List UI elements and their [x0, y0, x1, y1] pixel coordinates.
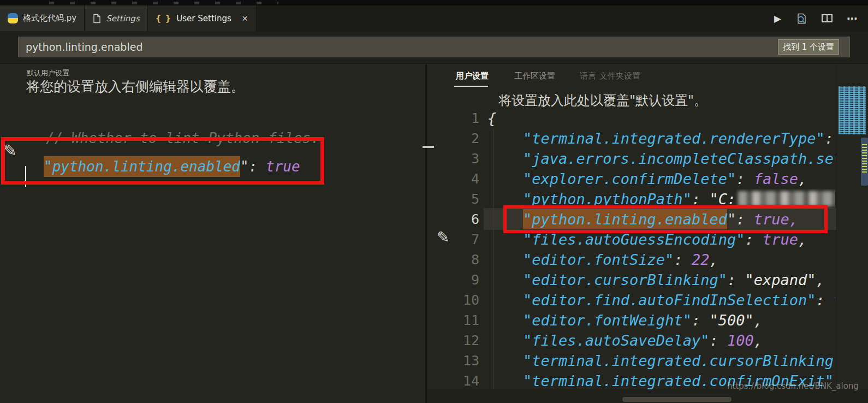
code-text: "explorer.confirmDelete": false, [487, 169, 807, 189]
code-segment: , [816, 271, 824, 288]
default-settings-title: 默认用户设置 [27, 68, 69, 78]
python-icon [8, 13, 18, 23]
code-text: "terminal.integrated.cursorBlinking": "o… [487, 351, 835, 371]
code-segment: false [754, 170, 798, 187]
code-line[interactable]: 2 "terminal.integrated.rendererType": "d… [427, 128, 835, 149]
watermark-text: https://blog.csdn.net/BNK_along [727, 381, 859, 391]
code-segment [487, 332, 523, 349]
code-segment: , [798, 170, 807, 187]
code-segment: "editor.fontWeight" [523, 312, 692, 329]
code-segment: "500" [709, 312, 753, 329]
close-icon[interactable]: ✕ [242, 14, 248, 23]
line-number: 3 [448, 151, 479, 167]
code-text: "editor.cursorBlinking": "expand", [487, 270, 825, 290]
tab-user-settings[interactable]: { } User Settings ✕ [148, 5, 257, 31]
minimap[interactable] [839, 86, 866, 134]
default-settings-editor[interactable]: 默认用户设置 将您的设置放入右侧编辑器以覆盖。 // Whether to li… [0, 64, 425, 403]
settings-search-bar [0, 31, 868, 64]
code-segment: , [709, 251, 718, 268]
code-segment [487, 231, 523, 248]
code-segment: : [816, 292, 834, 309]
more-actions-icon[interactable]: ⋯ [847, 12, 858, 25]
tab-python-file[interactable]: 格式化代码.py [0, 5, 85, 31]
redacted-value [738, 191, 835, 206]
line-number: 12 [448, 333, 479, 348]
clipped-menu-text [49, 2, 278, 4]
code-line[interactable]: 4 "explorer.confirmDelete": false, [427, 169, 835, 189]
code-segment: : [674, 251, 692, 268]
line-number: 4 [448, 171, 479, 187]
code-segment: 22 [692, 251, 710, 268]
results-count-badge: 找到 1 个设置 [778, 39, 839, 55]
code-line[interactable]: 13 "terminal.integrated.cursorBlinking":… [427, 351, 835, 371]
code-segment [487, 352, 523, 369]
braces-icon: { } [156, 14, 172, 23]
code-text: "editor.fontWeight": "500", [487, 310, 763, 330]
user-settings-editor[interactable]: 用户设置 工作区设置 语言 文件夹设置 将设置放入此处以覆盖"默认设置"。 1{… [427, 64, 868, 403]
code-segment: : [727, 271, 745, 288]
code-segment: : [736, 170, 754, 187]
code-segment: "explorer.confirmDelete" [523, 170, 736, 187]
file-icon [92, 14, 101, 23]
code-segment: , [798, 231, 807, 248]
open-preview-icon[interactable] [795, 13, 807, 25]
annotation-box-right [503, 205, 828, 233]
minimap-border [836, 64, 837, 403]
code-segment: "terminal.integrated.cursorBlinking" [523, 352, 835, 369]
code-line[interactable]: 10 "editor.find.autoFindInSelection": tr… [427, 290, 835, 310]
code-line[interactable]: 9 "editor.cursorBlinking": "expand", [427, 270, 835, 290]
code-text: "editor.fontSize": 22, [487, 250, 718, 270]
code-segment: "editor.fontSize" [523, 251, 674, 268]
code-segment: "files.autoGuessEncoding" [523, 231, 745, 248]
code-line[interactable]: 11 "editor.fontWeight": "500", [427, 310, 835, 330]
code-segment: "files.autoSaveDelay" [523, 332, 709, 349]
code-segment [487, 312, 523, 329]
code-segment: , [754, 332, 763, 349]
code-segment: : [745, 231, 763, 248]
code-text: "files.autoSaveDelay": 100, [487, 330, 763, 351]
run-icon[interactable]: ▶ [774, 13, 781, 24]
search-input[interactable] [18, 37, 850, 57]
code-segment [487, 150, 523, 167]
code-line[interactable]: 3 "java.errors.incompleteClasspath.sever… [427, 149, 835, 169]
vertical-scrollbar[interactable] [861, 138, 868, 186]
line-number: 2 [448, 131, 479, 146]
code-segment: "terminal.integrated.rendererType" [523, 130, 825, 147]
editor-actions: ▶ ⋯ [774, 5, 868, 31]
line-number: 13 [448, 353, 479, 369]
splitter-handle[interactable] [423, 146, 434, 148]
line-number: 10 [448, 292, 479, 308]
code-line[interactable]: 8 "editor.fontSize": 22, [427, 250, 835, 270]
vscode-window: 格式化代码.py Settings { } User Settings ✕ ▶ … [0, 0, 868, 403]
line-number: 9 [448, 272, 479, 288]
split-editor-icon[interactable] [822, 14, 833, 22]
code-segment: { [487, 110, 496, 127]
line-number: 11 [448, 312, 479, 328]
code-text: "editor.find.autoFindInSelection": true, [487, 290, 835, 310]
horizontal-scrollbar[interactable] [622, 397, 732, 402]
line-number: 14 [448, 373, 479, 389]
code-text: { [487, 108, 496, 128]
code-segment: 100 [727, 332, 754, 349]
line-number: 8 [448, 252, 479, 268]
code-segment: true, [834, 292, 835, 309]
tab-label: User Settings [176, 14, 231, 23]
code-line[interactable]: 12 "files.autoSaveDelay": 100, [427, 330, 835, 351]
code-segment [487, 251, 523, 268]
line-number: 1 [448, 110, 479, 126]
line-number: 6 [448, 211, 479, 227]
line-number: 7 [448, 232, 479, 247]
tab-settings[interactable]: Settings [85, 5, 148, 31]
tab-label: 格式化代码.py [23, 13, 76, 23]
code-segment [487, 170, 523, 187]
code-segment: true [763, 231, 798, 248]
edit-pencil-icon[interactable]: ✎ [437, 228, 449, 246]
tab-label: Settings [106, 14, 140, 23]
code-segment [487, 292, 523, 309]
code-segment [487, 271, 523, 288]
editor-tab-bar: 格式化代码.py Settings { } User Settings ✕ ▶ … [0, 5, 868, 31]
default-settings-hint: 将您的设置放入右侧编辑器以覆盖。 [26, 78, 245, 96]
code-segment: "expand" [745, 271, 816, 288]
code-line[interactable]: 1{ [427, 108, 835, 128]
code-segment: , [754, 312, 763, 329]
